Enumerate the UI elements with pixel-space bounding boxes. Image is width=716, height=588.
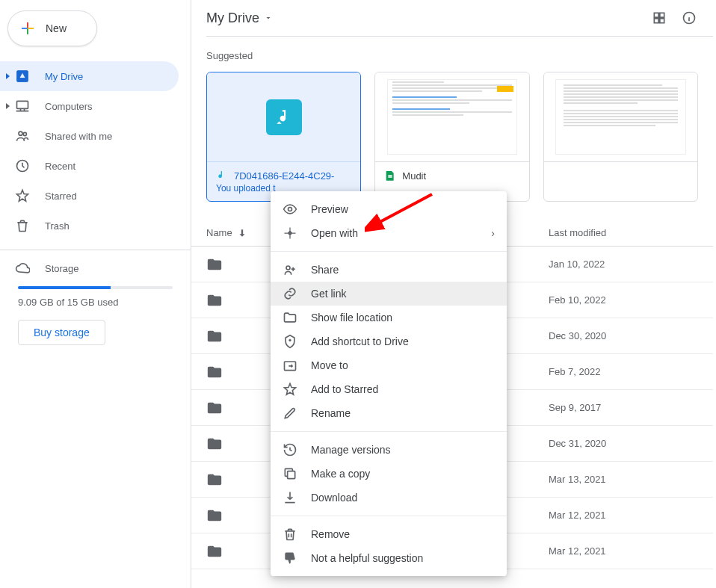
svg-point-11: [286, 266, 290, 270]
suggested-card[interactable]: Mudit: [374, 72, 529, 202]
nav-shared[interactable]: Shared with me: [0, 121, 179, 151]
menu-item-show-file-location[interactable]: Show file location: [271, 306, 507, 329]
rename-icon: [283, 406, 297, 421]
menu-item-preview[interactable]: Preview: [271, 197, 507, 221]
menu-item-open-with[interactable]: Open with ›: [271, 221, 507, 245]
trash-icon: [15, 218, 30, 233]
nav-label: Starred: [45, 191, 77, 202]
nav-recent[interactable]: Recent: [0, 151, 179, 181]
menu-item-label: Add to Starred: [311, 383, 378, 395]
storage-used-text: 9.09 GB of 15 GB used: [18, 297, 173, 308]
arrow-down-icon: [237, 228, 247, 238]
buy-storage-button[interactable]: Buy storage: [18, 320, 105, 345]
folder-icon: [206, 292, 223, 309]
grid-view-button[interactable]: [650, 9, 668, 27]
share-icon: [283, 262, 297, 277]
menu-item-label: Not a helpful suggestion: [311, 552, 423, 564]
svg-rect-5: [660, 13, 664, 17]
svg-point-2: [23, 132, 26, 135]
nav-label: My Drive: [45, 71, 83, 82]
recent-icon: [15, 158, 30, 173]
menu-item-label: Rename: [311, 407, 351, 419]
copy-icon: [283, 466, 297, 481]
modified-cell: Mar 13, 2021: [549, 474, 698, 485]
grid-icon: [652, 10, 667, 25]
download-icon: [283, 490, 297, 505]
menu-item-rename[interactable]: Rename: [271, 401, 507, 425]
folder-icon: [206, 507, 223, 524]
folder-icon: [206, 471, 223, 488]
drive-icon: [15, 69, 30, 84]
menu-item-remove[interactable]: Remove: [271, 522, 507, 546]
suggested-card[interactable]: [543, 72, 698, 202]
menu-separator: [271, 431, 507, 432]
nav-storage[interactable]: Storage: [15, 253, 173, 283]
link-icon: [283, 286, 297, 301]
svg-point-9: [288, 208, 292, 211]
nav-label: Recent: [45, 161, 75, 172]
audio-file-icon: [266, 99, 302, 135]
svg-rect-0: [17, 101, 28, 108]
nav-my-drive[interactable]: My Drive: [0, 61, 179, 91]
nav-label: Computers: [45, 101, 93, 112]
svg-rect-4: [654, 13, 658, 17]
svg-point-10: [288, 232, 291, 234]
menu-item-not-a-helpful-suggestion[interactable]: Not a helpful suggestion: [271, 546, 507, 570]
menu-item-manage-versions[interactable]: Manage versions: [271, 438, 507, 462]
details-button[interactable]: [680, 9, 698, 27]
menu-item-get-link[interactable]: Get link: [271, 282, 507, 306]
storage-progress: [18, 286, 173, 289]
trash-icon: [283, 527, 297, 542]
menu-item-label: Manage versions: [311, 444, 391, 456]
computers-icon: [15, 99, 30, 114]
menu-item-label: Download: [311, 492, 357, 504]
menu-item-label: Show file location: [311, 312, 392, 324]
chevron-right-icon: ›: [491, 227, 495, 239]
nav-label: Shared with me: [45, 131, 112, 142]
expand-icon: [6, 73, 10, 79]
info-icon: [682, 10, 697, 25]
menu-item-download[interactable]: Download: [271, 486, 507, 510]
storage-label: Storage: [45, 263, 79, 274]
folder-icon: [206, 543, 223, 560]
suggested-cards: 7D041686-E244-4C29- You uploaded t: [191, 72, 713, 202]
menu-item-make-a-copy[interactable]: Make a copy: [271, 462, 507, 486]
open-icon: [283, 226, 297, 241]
new-button[interactable]: New: [7, 10, 97, 46]
nav-computers[interactable]: Computers: [0, 91, 179, 121]
cloud-icon: [15, 261, 30, 276]
nav-list: My Drive Computers Shared with me Recent…: [0, 55, 191, 241]
menu-item-label: Get link: [311, 288, 346, 300]
menu-item-move-to[interactable]: Move to: [271, 353, 507, 377]
shared-icon: [15, 129, 30, 143]
top-actions: [650, 9, 698, 27]
menu-item-label: Open with: [311, 227, 358, 239]
menu-item-label: Remove: [311, 528, 350, 540]
menu-item-label: Share: [311, 264, 339, 276]
nav-trash[interactable]: Trash: [0, 211, 179, 241]
col-modified-header[interactable]: Last modified: [549, 227, 698, 238]
menu-item-add-shortcut-to-drive[interactable]: Add shortcut to Drive: [271, 329, 507, 353]
breadcrumb[interactable]: My Drive: [206, 10, 273, 26]
modified-cell: Dec 31, 2020: [549, 438, 698, 449]
chevron-down-icon: [264, 13, 273, 22]
modified-cell: Mar 12, 2021: [549, 545, 698, 557]
menu-item-label: Make a copy: [311, 468, 370, 480]
menu-item-label: Preview: [311, 203, 348, 215]
modified-cell: Mar 12, 2021: [549, 510, 698, 521]
modified-cell: Dec 30, 2020: [549, 330, 698, 341]
suggested-card[interactable]: 7D041686-E244-4C29- You uploaded t: [206, 72, 361, 202]
thumb-down-icon: [283, 551, 297, 566]
nav-starred[interactable]: Starred: [0, 181, 179, 211]
card-footer: Mudit: [375, 162, 528, 189]
breadcrumb-label: My Drive: [206, 10, 259, 26]
menu-item-add-to-starred[interactable]: Add to Starred: [271, 377, 507, 401]
folder-icon: [206, 364, 223, 380]
menu-separator: [271, 516, 507, 516]
folder-icon: [206, 256, 223, 273]
menu-item-share[interactable]: Share: [271, 258, 507, 282]
folder-icon: [283, 310, 297, 325]
nav-label: Trash: [45, 220, 70, 232]
audio-icon: [216, 170, 228, 182]
card-thumbnail: [375, 72, 528, 162]
